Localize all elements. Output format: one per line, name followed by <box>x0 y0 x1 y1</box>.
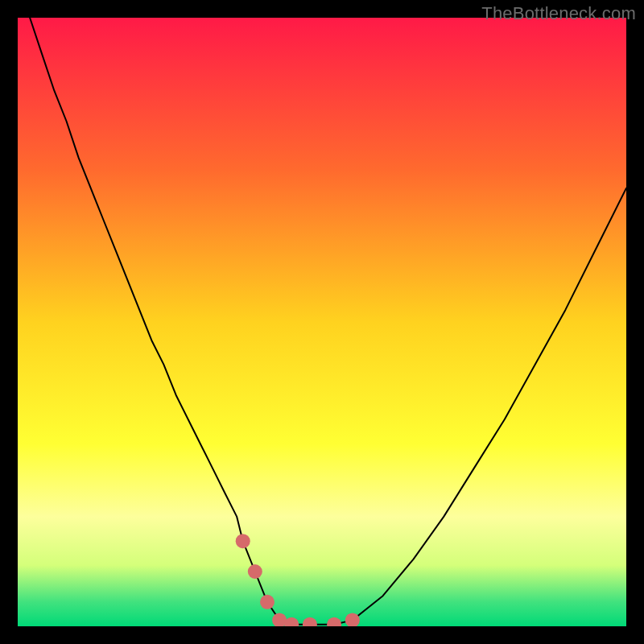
highlighted-point <box>260 595 275 609</box>
plot-svg <box>18 18 626 626</box>
plot-area <box>18 18 626 626</box>
highlighted-point <box>248 564 262 579</box>
watermark-text: TheBottleneck.com <box>481 3 636 24</box>
chart-stage: TheBottleneck.com <box>0 0 644 644</box>
highlighted-point <box>236 534 250 548</box>
gradient-background <box>18 18 626 626</box>
